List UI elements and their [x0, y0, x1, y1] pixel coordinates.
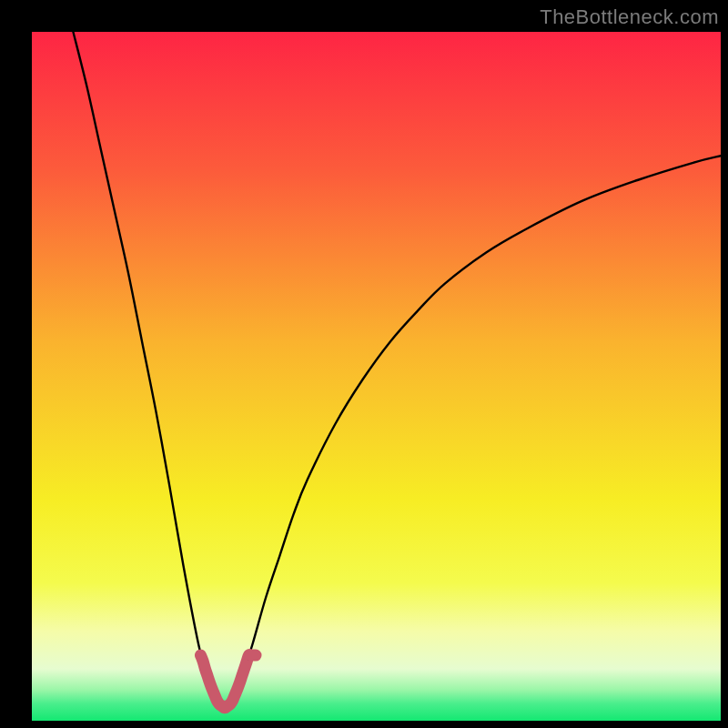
- chart-svg: [32, 32, 721, 721]
- plot-area: [32, 32, 721, 721]
- gradient-background: [32, 32, 721, 721]
- watermark-text: TheBottleneck.com: [540, 5, 719, 29]
- chart-container: TheBottleneck.com: [0, 0, 728, 728]
